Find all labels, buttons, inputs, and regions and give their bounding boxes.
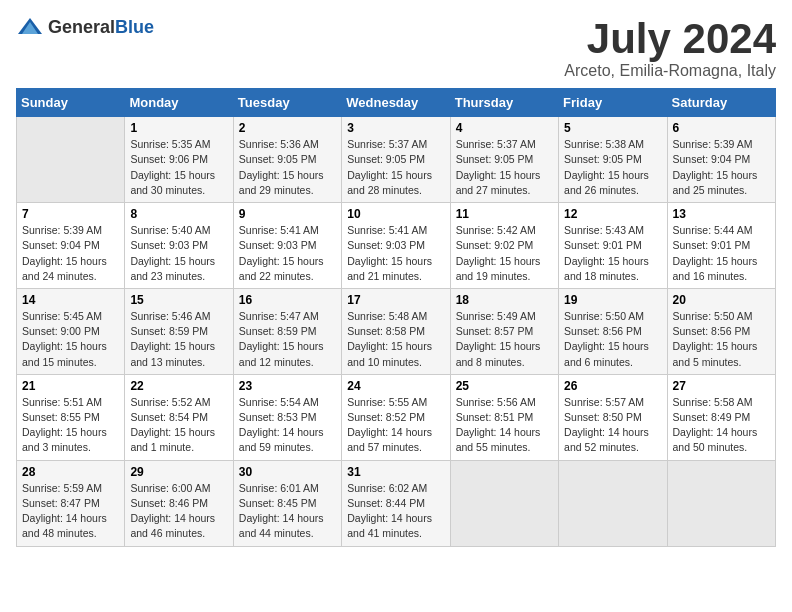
day-number: 6	[673, 121, 770, 135]
calendar-cell: 29Sunrise: 6:00 AMSunset: 8:46 PMDayligh…	[125, 460, 233, 546]
day-header-tuesday: Tuesday	[233, 89, 341, 117]
calendar-table: SundayMondayTuesdayWednesdayThursdayFrid…	[16, 88, 776, 546]
day-detail: Sunrise: 5:45 AMSunset: 9:00 PMDaylight:…	[22, 309, 119, 370]
day-number: 28	[22, 465, 119, 479]
day-detail: Sunrise: 5:55 AMSunset: 8:52 PMDaylight:…	[347, 395, 444, 456]
day-detail: Sunrise: 5:35 AMSunset: 9:06 PMDaylight:…	[130, 137, 227, 198]
day-detail: Sunrise: 5:54 AMSunset: 8:53 PMDaylight:…	[239, 395, 336, 456]
calendar-cell: 11Sunrise: 5:42 AMSunset: 9:02 PMDayligh…	[450, 203, 558, 289]
day-number: 16	[239, 293, 336, 307]
day-number: 22	[130, 379, 227, 393]
day-number: 8	[130, 207, 227, 221]
week-row-5: 28Sunrise: 5:59 AMSunset: 8:47 PMDayligh…	[17, 460, 776, 546]
day-number: 26	[564, 379, 661, 393]
calendar-cell: 6Sunrise: 5:39 AMSunset: 9:04 PMDaylight…	[667, 117, 775, 203]
calendar-cell: 10Sunrise: 5:41 AMSunset: 9:03 PMDayligh…	[342, 203, 450, 289]
day-detail: Sunrise: 5:51 AMSunset: 8:55 PMDaylight:…	[22, 395, 119, 456]
logo-text: GeneralBlue	[48, 17, 154, 38]
calendar-cell: 31Sunrise: 6:02 AMSunset: 8:44 PMDayligh…	[342, 460, 450, 546]
day-detail: Sunrise: 5:37 AMSunset: 9:05 PMDaylight:…	[347, 137, 444, 198]
day-header-saturday: Saturday	[667, 89, 775, 117]
day-header-monday: Monday	[125, 89, 233, 117]
day-number: 13	[673, 207, 770, 221]
calendar-cell: 15Sunrise: 5:46 AMSunset: 8:59 PMDayligh…	[125, 288, 233, 374]
days-header-row: SundayMondayTuesdayWednesdayThursdayFrid…	[17, 89, 776, 117]
day-detail: Sunrise: 5:58 AMSunset: 8:49 PMDaylight:…	[673, 395, 770, 456]
day-number: 9	[239, 207, 336, 221]
calendar-cell	[559, 460, 667, 546]
day-number: 21	[22, 379, 119, 393]
day-detail: Sunrise: 5:43 AMSunset: 9:01 PMDaylight:…	[564, 223, 661, 284]
calendar-cell: 4Sunrise: 5:37 AMSunset: 9:05 PMDaylight…	[450, 117, 558, 203]
week-row-4: 21Sunrise: 5:51 AMSunset: 8:55 PMDayligh…	[17, 374, 776, 460]
calendar-cell: 22Sunrise: 5:52 AMSunset: 8:54 PMDayligh…	[125, 374, 233, 460]
day-detail: Sunrise: 5:41 AMSunset: 9:03 PMDaylight:…	[239, 223, 336, 284]
day-detail: Sunrise: 5:56 AMSunset: 8:51 PMDaylight:…	[456, 395, 553, 456]
day-detail: Sunrise: 5:59 AMSunset: 8:47 PMDaylight:…	[22, 481, 119, 542]
day-number: 1	[130, 121, 227, 135]
day-number: 17	[347, 293, 444, 307]
calendar-cell: 25Sunrise: 5:56 AMSunset: 8:51 PMDayligh…	[450, 374, 558, 460]
page-header: GeneralBlue July 2024 Arceto, Emilia-Rom…	[16, 16, 776, 80]
day-detail: Sunrise: 5:39 AMSunset: 9:04 PMDaylight:…	[673, 137, 770, 198]
day-header-friday: Friday	[559, 89, 667, 117]
calendar-cell: 17Sunrise: 5:48 AMSunset: 8:58 PMDayligh…	[342, 288, 450, 374]
logo: GeneralBlue	[16, 16, 154, 38]
day-detail: Sunrise: 5:49 AMSunset: 8:57 PMDaylight:…	[456, 309, 553, 370]
day-number: 7	[22, 207, 119, 221]
week-row-3: 14Sunrise: 5:45 AMSunset: 9:00 PMDayligh…	[17, 288, 776, 374]
calendar-cell: 21Sunrise: 5:51 AMSunset: 8:55 PMDayligh…	[17, 374, 125, 460]
day-header-thursday: Thursday	[450, 89, 558, 117]
day-number: 30	[239, 465, 336, 479]
day-detail: Sunrise: 5:57 AMSunset: 8:50 PMDaylight:…	[564, 395, 661, 456]
calendar-cell: 12Sunrise: 5:43 AMSunset: 9:01 PMDayligh…	[559, 203, 667, 289]
calendar-cell: 26Sunrise: 5:57 AMSunset: 8:50 PMDayligh…	[559, 374, 667, 460]
day-number: 15	[130, 293, 227, 307]
calendar-cell: 3Sunrise: 5:37 AMSunset: 9:05 PMDaylight…	[342, 117, 450, 203]
day-header-sunday: Sunday	[17, 89, 125, 117]
day-detail: Sunrise: 5:37 AMSunset: 9:05 PMDaylight:…	[456, 137, 553, 198]
day-detail: Sunrise: 5:47 AMSunset: 8:59 PMDaylight:…	[239, 309, 336, 370]
day-detail: Sunrise: 6:00 AMSunset: 8:46 PMDaylight:…	[130, 481, 227, 542]
day-number: 12	[564, 207, 661, 221]
calendar-cell: 24Sunrise: 5:55 AMSunset: 8:52 PMDayligh…	[342, 374, 450, 460]
calendar-cell: 18Sunrise: 5:49 AMSunset: 8:57 PMDayligh…	[450, 288, 558, 374]
day-detail: Sunrise: 5:40 AMSunset: 9:03 PMDaylight:…	[130, 223, 227, 284]
day-detail: Sunrise: 5:50 AMSunset: 8:56 PMDaylight:…	[564, 309, 661, 370]
day-number: 18	[456, 293, 553, 307]
day-detail: Sunrise: 5:50 AMSunset: 8:56 PMDaylight:…	[673, 309, 770, 370]
calendar-cell: 27Sunrise: 5:58 AMSunset: 8:49 PMDayligh…	[667, 374, 775, 460]
day-number: 10	[347, 207, 444, 221]
calendar-cell: 2Sunrise: 5:36 AMSunset: 9:05 PMDaylight…	[233, 117, 341, 203]
calendar-cell	[17, 117, 125, 203]
calendar-cell: 7Sunrise: 5:39 AMSunset: 9:04 PMDaylight…	[17, 203, 125, 289]
logo-general: General	[48, 17, 115, 37]
day-detail: Sunrise: 5:39 AMSunset: 9:04 PMDaylight:…	[22, 223, 119, 284]
day-number: 23	[239, 379, 336, 393]
day-detail: Sunrise: 6:02 AMSunset: 8:44 PMDaylight:…	[347, 481, 444, 542]
calendar-cell: 1Sunrise: 5:35 AMSunset: 9:06 PMDaylight…	[125, 117, 233, 203]
day-detail: Sunrise: 5:36 AMSunset: 9:05 PMDaylight:…	[239, 137, 336, 198]
month-title: July 2024	[564, 16, 776, 62]
calendar-cell: 13Sunrise: 5:44 AMSunset: 9:01 PMDayligh…	[667, 203, 775, 289]
week-row-2: 7Sunrise: 5:39 AMSunset: 9:04 PMDaylight…	[17, 203, 776, 289]
day-detail: Sunrise: 5:41 AMSunset: 9:03 PMDaylight:…	[347, 223, 444, 284]
day-detail: Sunrise: 5:46 AMSunset: 8:59 PMDaylight:…	[130, 309, 227, 370]
week-row-1: 1Sunrise: 5:35 AMSunset: 9:06 PMDaylight…	[17, 117, 776, 203]
day-detail: Sunrise: 5:42 AMSunset: 9:02 PMDaylight:…	[456, 223, 553, 284]
day-number: 2	[239, 121, 336, 135]
logo-icon	[16, 16, 44, 38]
day-detail: Sunrise: 5:52 AMSunset: 8:54 PMDaylight:…	[130, 395, 227, 456]
day-number: 11	[456, 207, 553, 221]
day-number: 29	[130, 465, 227, 479]
calendar-cell: 16Sunrise: 5:47 AMSunset: 8:59 PMDayligh…	[233, 288, 341, 374]
calendar-cell: 5Sunrise: 5:38 AMSunset: 9:05 PMDaylight…	[559, 117, 667, 203]
day-detail: Sunrise: 5:48 AMSunset: 8:58 PMDaylight:…	[347, 309, 444, 370]
calendar-cell	[667, 460, 775, 546]
calendar-cell: 28Sunrise: 5:59 AMSunset: 8:47 PMDayligh…	[17, 460, 125, 546]
day-number: 19	[564, 293, 661, 307]
day-number: 24	[347, 379, 444, 393]
day-detail: Sunrise: 6:01 AMSunset: 8:45 PMDaylight:…	[239, 481, 336, 542]
day-number: 20	[673, 293, 770, 307]
calendar-cell: 20Sunrise: 5:50 AMSunset: 8:56 PMDayligh…	[667, 288, 775, 374]
